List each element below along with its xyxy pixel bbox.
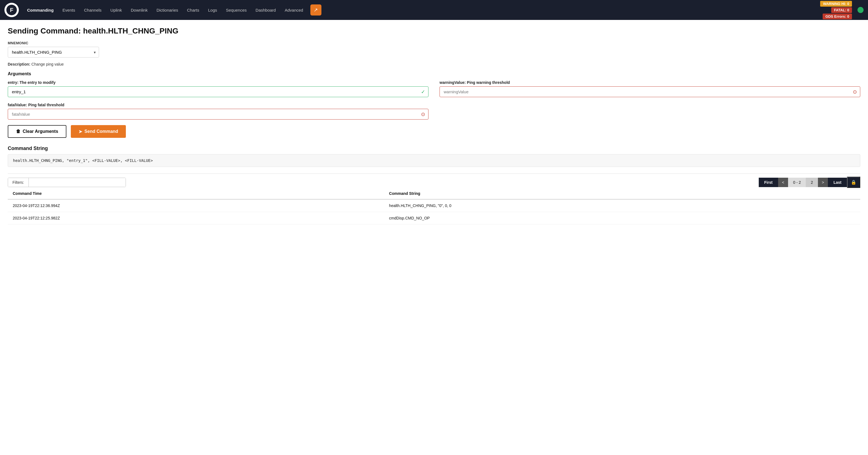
main-content: Sending Command: health.HLTH_CHNG_PING M…: [0, 20, 868, 231]
mnemonic-wrapper: health.HLTH_CHNG_PING ▾: [8, 47, 99, 58]
nav-item-downlink[interactable]: Downlink: [127, 5, 152, 15]
pagination-total: 2: [806, 178, 818, 187]
pagination-range: 0 - 2: [788, 178, 806, 187]
nav-item-sequences[interactable]: Sequences: [222, 5, 251, 15]
connection-indicator: [858, 7, 864, 13]
cell-time: 2023-04-19T22:12:36.994Z: [8, 199, 384, 212]
description-text: Change ping value: [32, 62, 64, 66]
cell-time: 2023-04-19T22:12:25.982Z: [8, 212, 384, 224]
pagination-next-button[interactable]: >: [818, 178, 828, 187]
nav-item-commanding[interactable]: Commanding: [23, 5, 58, 15]
arg-fatal-input[interactable]: [8, 109, 429, 120]
pagination-prev-button[interactable]: <: [778, 178, 788, 187]
mnemonic-select[interactable]: health.HLTH_CHNG_PING: [8, 47, 99, 58]
arg-entry: entry: The entry to modify ✓: [8, 80, 429, 97]
table-header: Command Time Command String: [8, 188, 860, 199]
arg-fatal-input-wrapper: ⊙: [8, 109, 429, 120]
arguments-header: Arguments: [8, 71, 860, 77]
send-icon: ➤: [79, 129, 82, 134]
warning-icon: ⊙: [853, 89, 857, 95]
send-command-button[interactable]: ➤ Send Command: [71, 125, 126, 138]
nav-items: Commanding Events Channels Uplink Downli…: [23, 4, 816, 16]
navbar: F Commanding Events Channels Uplink Down…: [0, 0, 868, 20]
col-header-command: Command String: [384, 188, 860, 199]
clear-arguments-button[interactable]: 🗑 Clear Arguments: [8, 125, 66, 138]
arg-warning-input-wrapper: ⊙: [439, 86, 860, 97]
button-row: 🗑 Clear Arguments ➤ Send Command: [8, 125, 860, 138]
filters-row: Filters: First < 0 - 2 2 > Last 🔒: [8, 174, 860, 188]
arg-warning-input[interactable]: [439, 86, 860, 97]
external-link-button[interactable]: ↗: [310, 4, 321, 16]
external-link-icon: ↗: [314, 7, 318, 13]
arg-entry-label: entry: The entry to modify: [8, 80, 429, 85]
fatal-status-badge: FATAL: 0: [831, 7, 852, 13]
filters-input[interactable]: [29, 178, 126, 187]
nav-item-events[interactable]: Events: [59, 5, 79, 15]
arg-warning-label: warningValue: Ping warning threshold: [439, 80, 860, 85]
col-header-time: Command Time: [8, 188, 384, 199]
description: Description: Change ping value: [8, 62, 860, 66]
description-label: Description:: [8, 62, 30, 66]
clear-icon: 🗑: [16, 129, 21, 134]
pagination-controls: First < 0 - 2 2 > Last 🔒: [759, 177, 860, 188]
command-string-title: Command String: [8, 146, 860, 151]
args-grid: entry: The entry to modify ✓ warningValu…: [8, 80, 860, 120]
nav-item-dashboard[interactable]: Dashboard: [252, 5, 280, 15]
logo[interactable]: F: [4, 3, 19, 17]
status-panel: WARNING HI: 0 FATAL: 0 GDS Errors: 0: [820, 1, 852, 19]
fatal-warning-icon: ⊙: [421, 111, 425, 117]
arg-warning-value: warningValue: Ping warning threshold ⊙: [439, 80, 860, 97]
arg-fatal-label: fatalValue: Ping fatal threshold: [8, 103, 429, 107]
check-icon: ✓: [421, 89, 425, 95]
mnemonic-label: Mnemonic: [8, 41, 860, 45]
filters-box: Filters:: [8, 178, 126, 187]
gds-status-badge: GDS Errors: 0: [823, 13, 852, 19]
send-button-label: Send Command: [84, 129, 118, 134]
nav-item-dictionaries[interactable]: Dictionaries: [153, 5, 182, 15]
pagination-first-button[interactable]: First: [759, 178, 778, 187]
clear-button-label: Clear Arguments: [23, 129, 58, 134]
arg-fatal-value: fatalValue: Ping fatal threshold ⊙: [8, 103, 429, 120]
nav-item-channels[interactable]: Channels: [80, 5, 105, 15]
arg-entry-input[interactable]: [8, 86, 429, 97]
nav-item-charts[interactable]: Charts: [183, 5, 203, 15]
arg-entry-input-wrapper: ✓: [8, 86, 429, 97]
logo-icon: F: [6, 5, 17, 15]
nav-item-advanced[interactable]: Advanced: [281, 5, 307, 15]
cell-command: health.HLTH_CHNG_PING, "0", 0, 0: [384, 199, 860, 212]
command-string-display: health.HLTH_CHNG_PING, "entry_1", <FILL-…: [8, 154, 860, 167]
filters-label: Filters:: [8, 178, 29, 187]
table-body: 2023-04-19T22:12:36.994Zhealth.HLTH_CHNG…: [8, 199, 860, 224]
nav-item-logs[interactable]: Logs: [204, 5, 221, 15]
pagination-last-button[interactable]: Last: [828, 178, 847, 187]
warning-status-badge: WARNING HI: 0: [820, 1, 852, 7]
command-history-table: Command Time Command String 2023-04-19T2…: [8, 188, 860, 224]
table-row: 2023-04-19T22:12:36.994Zhealth.HLTH_CHNG…: [8, 199, 860, 212]
pagination-lock-button[interactable]: 🔒: [847, 177, 860, 188]
table-row: 2023-04-19T22:12:25.982ZcmdDisp.CMD_NO_O…: [8, 212, 860, 224]
page-title: Sending Command: health.HLTH_CHNG_PING: [8, 27, 860, 35]
cell-command: cmdDisp.CMD_NO_OP: [384, 212, 860, 224]
nav-item-uplink[interactable]: Uplink: [106, 5, 126, 15]
